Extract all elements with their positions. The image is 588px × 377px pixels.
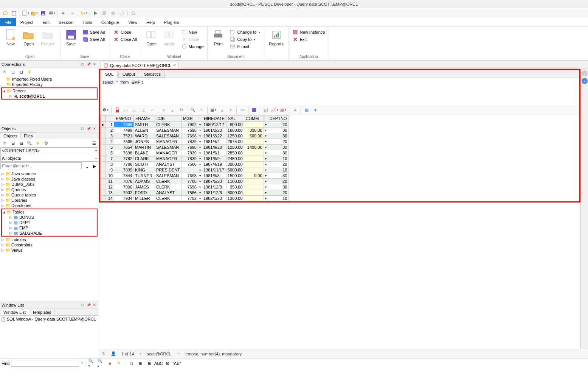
grid-mode-icon[interactable]: ▦ <box>303 106 310 114</box>
ribbon-exit-button[interactable]: Exit <box>291 36 327 43</box>
conn-imported-history[interactable]: Imported History <box>12 82 43 87</box>
option3-icon[interactable]: ⊞ <box>146 360 153 367</box>
tree-collapse-icon[interactable]: ◢ <box>2 89 6 93</box>
table-row[interactable]: 97839KINGPRESIDENT▾1981/11/175000.00▾10 <box>101 167 289 173</box>
settings-icon[interactable] <box>130 9 137 17</box>
sort-up-icon[interactable]: ▲ <box>169 106 176 114</box>
ribbon-open-button[interactable]: Open <box>20 28 37 47</box>
col-header[interactable]: SAL <box>226 115 244 122</box>
filter-go-icon[interactable]: ▶ <box>91 162 98 170</box>
ribbon-ws-apply-button[interactable]: Apply <box>161 28 178 47</box>
menu-tools[interactable]: Tools <box>78 18 97 26</box>
print-icon[interactable]: ▾ <box>48 9 56 17</box>
sort-down-icon[interactable]: ▼ <box>160 106 168 114</box>
ribbon-ws-open-button[interactable]: Open <box>143 28 160 47</box>
bars-icon[interactable]: 📈▾ <box>271 106 278 114</box>
table-row[interactable]: 37521WARDSALESMAN7698▾1981/2/221250.0050… <box>101 133 289 139</box>
export-icon[interactable]: ▦▾ <box>209 106 217 114</box>
execute-icon[interactable] <box>92 9 99 17</box>
obj-node[interactable]: Indexes <box>11 237 26 242</box>
table-row[interactable]: 137902FORDANALYST7566▾1981/12/33000.00▾2… <box>101 190 289 196</box>
conn-recent[interactable]: Recent <box>12 89 26 93</box>
gear-icon[interactable]: ⚙ <box>42 139 50 147</box>
refresh-status-icon[interactable]: ↻ <box>102 351 105 356</box>
ribbon-reports-button[interactable]: Reports <box>267 28 286 47</box>
stop-icon[interactable] <box>101 9 108 17</box>
db-connect-icon[interactable] <box>2 9 9 17</box>
obj-node[interactable]: Directories <box>11 203 31 208</box>
ribbon-ws-close-button[interactable]: Close <box>180 36 205 43</box>
panel-pin-icon[interactable]: 📌 <box>86 126 91 131</box>
checkbox-icon[interactable] <box>10 9 18 17</box>
nav-up-icon[interactable]: ↑ <box>582 70 588 76</box>
files-tab[interactable]: Files <box>20 132 36 139</box>
user-combo[interactable]: <CURRENT USER>▾ <box>0 147 98 154</box>
menu-edit[interactable]: Edit <box>38 18 54 26</box>
panel-float-icon[interactable]: □ <box>80 126 85 131</box>
table-row[interactable]: 107844TURNERSALESMAN7698▾1981/9/81500.00… <box>101 173 289 179</box>
dup-row-icon[interactable]: □□ <box>140 106 147 114</box>
up-icon[interactable]: ▲ <box>218 106 226 114</box>
regex-option-icon[interactable]: ⊠ <box>164 360 171 367</box>
refresh-icon[interactable]: ↻ <box>1 139 8 147</box>
sql-editor[interactable]: select * from EMP t <box>100 78 579 105</box>
document-tab[interactable]: 📋 Query data SCOTT.EMP@ORCL ✕ <box>101 62 179 69</box>
obj-node[interactable]: Queues <box>11 187 26 192</box>
menu-session[interactable]: Session <box>54 18 78 26</box>
panel-float-icon[interactable]: □ <box>80 62 85 67</box>
highlight-icon[interactable]: ✎ <box>115 360 123 367</box>
menu-icon[interactable]: ☰ <box>90 139 98 147</box>
panel-close-icon[interactable]: ✕ <box>92 302 97 308</box>
panel-pin-icon[interactable]: 📌 <box>86 302 91 308</box>
save-disk-icon[interactable] <box>39 9 47 17</box>
table-row[interactable]: 117876ADAMSCLERK7788▾1987/5/231100.00▾20 <box>101 179 289 184</box>
col-header[interactable]: DEPTNO <box>268 115 289 122</box>
table-node[interactable]: SALGRADE <box>19 231 42 235</box>
new-doc-icon[interactable]: ▾ <box>22 9 29 17</box>
obj-node[interactable]: Java sources <box>11 171 36 176</box>
filter-grid-icon[interactable]: ▼ <box>312 106 319 114</box>
lightning-icon[interactable]: ⚡ <box>34 139 42 147</box>
table-row[interactable]: 77782CLARKMANAGER7839▾1981/6/92450.00▾10 <box>101 156 289 162</box>
window-list-tab[interactable]: Window List <box>0 309 29 315</box>
table-row[interactable]: 67698BLAKEMANAGER7839▾1981/5/12850.00▾30 <box>101 150 289 156</box>
filter-more-icon[interactable]: … <box>82 162 90 170</box>
menu-plugins[interactable]: Plug-Ins <box>160 18 184 26</box>
panel-close-icon[interactable]: ✕ <box>92 62 97 67</box>
table-row[interactable]: ▸17369SMITHCLERK7902▾1980/12/17800.00▾20 <box>101 122 289 128</box>
ribbon-new-button[interactable]: New <box>2 28 19 47</box>
menu-project[interactable]: Project <box>16 18 38 26</box>
tables-node[interactable]: Tables <box>12 210 25 214</box>
commit-icon[interactable] <box>109 9 117 17</box>
col-header[interactable]: EMPNO <box>114 115 134 122</box>
conn-scott-orcl[interactable]: scott@ORCL <box>19 94 45 98</box>
panel-close-icon[interactable]: ✕ <box>92 126 97 131</box>
ribbon-change-to-button[interactable]: Change to▾ <box>228 29 262 36</box>
ribbon-ws-new-button[interactable]: New <box>180 29 205 36</box>
table-row[interactable]: 87788SCOTTANALYST7566▾1987/4/193000.00▾2… <box>101 162 289 167</box>
find-grid-icon[interactable]: 🔍 <box>189 106 197 114</box>
panel-pin-icon[interactable]: 📌 <box>86 62 91 67</box>
refresh-grid-icon[interactable]: ↻ <box>177 106 185 114</box>
find-icon[interactable]: 🔍 <box>26 139 33 147</box>
output-tab[interactable]: Output <box>118 71 139 78</box>
ribbon-email-button[interactable]: E-mail <box>228 43 262 50</box>
expand-icon[interactable]: ⊞ <box>9 139 17 147</box>
open-folder-icon[interactable]: ▾ <box>31 9 38 17</box>
table-row[interactable]: 57654MARTINSALESMAN7698▾1981/9/281250.00… <box>101 145 289 150</box>
col-header[interactable]: MGR <box>181 115 198 122</box>
down-icon[interactable]: ▼ <box>227 106 234 114</box>
tree-expand-icon[interactable]: ▷ <box>9 94 12 98</box>
close-tab-icon[interactable]: ✕ <box>173 63 176 68</box>
obj-node[interactable]: DBMS_Jobs <box>11 182 34 187</box>
conn-imported-fixed[interactable]: Imported Fixed Users <box>12 77 52 81</box>
find-input[interactable] <box>11 360 79 367</box>
find-list-icon[interactable]: ≡ <box>106 360 113 367</box>
ribbon-new-instance-button[interactable]: New Instance <box>291 29 327 36</box>
table-row[interactable]: 27499ALLENSALESMAN7698▾1981/2/201600.003… <box>101 128 289 133</box>
ribbon-print-button[interactable]: Print <box>210 28 227 47</box>
find-next-icon[interactable]: 🔍▾ <box>88 360 95 367</box>
table-node[interactable]: DEPT <box>19 220 30 225</box>
obj-node[interactable]: Queue tables <box>11 193 36 197</box>
objects-tab[interactable]: Objects <box>0 132 21 139</box>
